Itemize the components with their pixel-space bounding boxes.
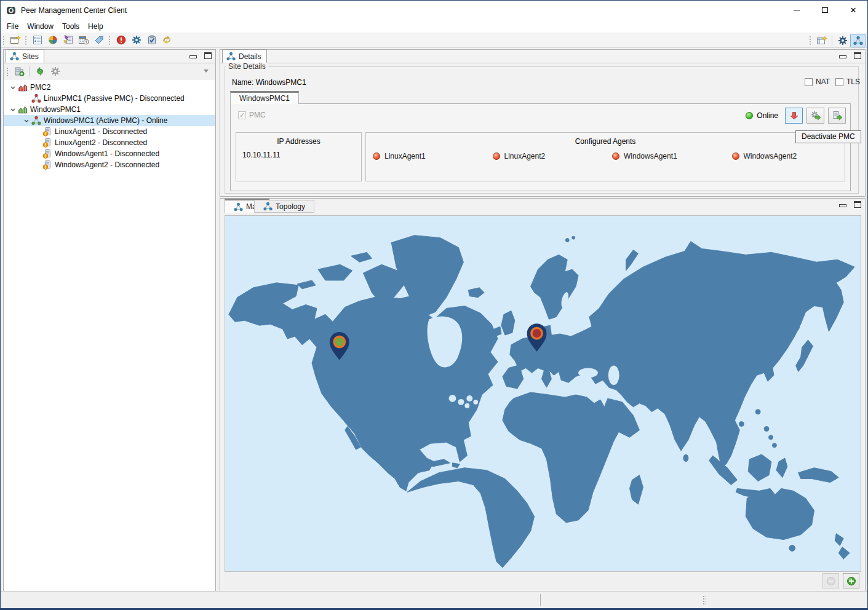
tree-item-windowsagent1[interactable]: WindowsAgent1 - Disconnected — [4, 148, 215, 159]
pmc-panel: ✓ PMC Online — [230, 103, 851, 191]
chevron-down-icon[interactable] — [8, 105, 18, 114]
perspective-preferences-button[interactable] — [835, 34, 850, 47]
nat-checkbox[interactable]: NAT — [805, 77, 830, 86]
topology-red-icon — [31, 93, 42, 103]
sites-toolbar — [4, 63, 215, 79]
tab-topology-label: Topology — [276, 202, 305, 211]
minimize-button[interactable] — [782, 1, 811, 20]
new-wizard-button[interactable] — [7, 33, 23, 47]
refresh-button[interactable] — [32, 65, 47, 78]
gear-icon — [132, 35, 141, 45]
open-perspective-button[interactable] — [814, 34, 829, 47]
details-view: Details Site Details Name: WindowsPMC1 N… — [220, 49, 866, 197]
pmc-checkbox-box: ✓ — [238, 111, 246, 119]
close-button[interactable]: ✕ — [839, 1, 867, 20]
toolbar-separator — [29, 66, 30, 76]
toolbar-grip[interactable] — [25, 36, 28, 45]
network-perspective-button[interactable] — [850, 34, 866, 47]
menu-tools[interactable]: Tools — [58, 21, 84, 32]
minimize-view-icon[interactable] — [839, 204, 846, 207]
pmc-checkbox-label: PMC — [249, 111, 266, 119]
view-menu-arrow-icon[interactable] — [204, 69, 209, 73]
agent-warning-icon — [42, 138, 54, 148]
tag-button[interactable] — [91, 33, 106, 47]
refresh-icon — [35, 66, 45, 76]
toolbar-grip[interactable] — [6, 67, 9, 76]
calendar-clock-icon — [78, 35, 89, 45]
tree-item-linuxagent2[interactable]: LinuxAgent2 - Disconnected — [4, 137, 215, 148]
maximize-view-icon[interactable] — [854, 201, 861, 208]
tree-item-windowsagent2[interactable]: WindowsAgent2 - Disconnected — [4, 159, 215, 170]
tree-item-linuxpmc1[interactable]: LinuxPMC1 (Passive PMC) - Disconnected — [4, 93, 215, 104]
online-status-label: Online — [757, 111, 778, 120]
status-bar — [1, 591, 867, 608]
chevron-down-icon[interactable] — [8, 82, 18, 92]
pie-chart-icon — [48, 35, 58, 45]
agent-warning-icon — [42, 160, 54, 170]
sites-view: Sites — [3, 49, 216, 592]
close-icon: ✕ — [850, 6, 857, 14]
tab-sites[interactable]: Sites — [6, 49, 44, 63]
sync-button[interactable] — [159, 33, 175, 47]
minimize-view-icon[interactable] — [839, 55, 846, 58]
toolbar-grip[interactable] — [2, 36, 6, 45]
agent-label: LinuxAgent1 — [384, 152, 426, 160]
tls-checkbox[interactable]: TLS — [835, 77, 860, 86]
tree-item-windowspmc1-root[interactable]: WindowsPMC1 — [4, 104, 215, 115]
agent-status-icon — [493, 152, 500, 160]
export-config-button[interactable] — [828, 108, 846, 124]
minimize-view-icon[interactable] — [189, 55, 197, 58]
tab-details[interactable]: Details — [222, 49, 267, 63]
world-map-canvas[interactable] — [225, 215, 861, 572]
tag-icon — [94, 35, 104, 45]
preferences-button[interactable] — [129, 33, 144, 47]
menu-window[interactable]: Window — [23, 21, 58, 32]
deactivate-pmc-button[interactable] — [785, 108, 803, 124]
nat-checkbox-label: NAT — [816, 77, 830, 86]
toolbar-grip[interactable] — [809, 36, 812, 45]
pie-chart-button[interactable] — [45, 33, 60, 47]
toolbar-grip[interactable] — [108, 36, 111, 45]
minimize-icon — [794, 10, 800, 10]
agent-label: WindowsAgent2 — [744, 152, 797, 160]
nat-checkbox-box[interactable] — [805, 78, 813, 86]
chevron-slot — [33, 149, 42, 159]
agent-item: LinuxAgent2 — [486, 152, 606, 160]
maximize-view-icon[interactable] — [204, 52, 212, 59]
network-perspective-icon — [853, 36, 863, 46]
tab-sites-label: Sites — [22, 52, 39, 61]
open-perspective-icon — [816, 36, 827, 46]
statusbar-grip[interactable] — [703, 595, 706, 605]
alerts-button[interactable] — [113, 33, 129, 47]
checklist-view-button[interactable] — [30, 33, 45, 47]
launch-config-button[interactable] — [806, 108, 824, 124]
maximize-view-icon[interactable] — [854, 52, 861, 59]
menu-help[interactable]: Help — [84, 21, 108, 32]
app-logo-icon — [6, 6, 16, 15]
zoom-out-icon — [826, 576, 836, 586]
zoom-in-button[interactable] — [843, 573, 859, 588]
tasks-button[interactable] — [144, 33, 159, 47]
window-title: Peer Management Center Client — [21, 6, 127, 15]
site-settings-button[interactable] — [47, 65, 63, 78]
calendar-clock-button[interactable] — [76, 33, 91, 47]
add-site-button[interactable] — [11, 65, 26, 78]
pmc-checkbox: ✓ PMC — [238, 111, 266, 119]
tree-item-windowspmc1-active[interactable]: WindowsPMC1 (Active PMC) - Online — [4, 115, 215, 126]
agent-status-icon — [612, 152, 619, 160]
checklist-view-icon — [33, 35, 42, 45]
tls-checkbox-box[interactable] — [835, 78, 843, 86]
maximize-button[interactable] — [811, 1, 839, 20]
configured-agents-title: Configured Agents — [366, 133, 845, 146]
menu-file[interactable]: File — [2, 21, 23, 32]
tls-checkbox-label: TLS — [846, 77, 860, 86]
ip-addresses-title: IP Addresses — [236, 133, 361, 146]
window-controls: ✕ — [782, 1, 867, 20]
job-lightning-button[interactable] — [60, 33, 76, 47]
tree-item-pmc2[interactable]: PMC2 — [4, 82, 215, 93]
tab-windowspmc1[interactable]: WindowsPMC1 — [230, 91, 299, 104]
tab-topology[interactable]: Topology — [254, 200, 314, 213]
chevron-down-icon[interactable] — [22, 116, 31, 125]
tree-item-linuxagent1[interactable]: LinuxAgent1 - Disconnected — [4, 126, 215, 137]
sites-tree: PMC2 LinuxPMC1 (Passive PMC) - Disconnec… — [4, 80, 215, 591]
